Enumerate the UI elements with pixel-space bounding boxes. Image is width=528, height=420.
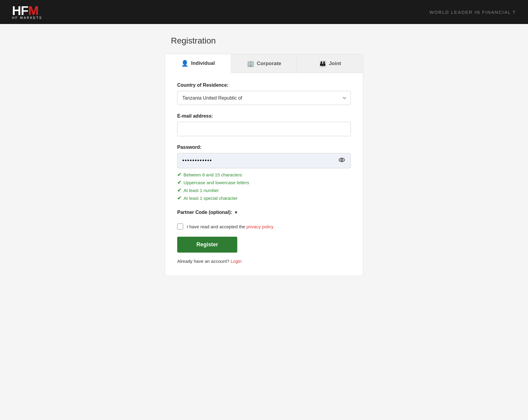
joint-icon: 👪 bbox=[319, 60, 326, 67]
password-requirements: ✔ Between 8 and 15 characters ✔ Uppercas… bbox=[177, 171, 351, 201]
tab-joint-label: Joint bbox=[329, 61, 341, 67]
partner-code-arrow-icon: ▼ bbox=[234, 210, 238, 215]
tab-corporate-label: Corporate bbox=[257, 61, 281, 67]
header: HFM HF MARKETS WORLD LEADER IN FINANCIAL… bbox=[0, 0, 528, 24]
req-case: ✔ Uppercase and lowercase letters bbox=[177, 179, 351, 186]
password-toggle-button[interactable] bbox=[337, 155, 347, 166]
logo-subtext: HF MARKETS bbox=[12, 16, 42, 20]
corporate-icon: 🏢 bbox=[247, 60, 254, 67]
main-content: Registration 👤 Individual 🏢 Corporate 👪 … bbox=[159, 24, 369, 288]
email-label: E-mail address: bbox=[177, 113, 351, 119]
req-length-text: Between 8 and 15 characters bbox=[184, 172, 242, 177]
req-length: ✔ Between 8 and 15 characters bbox=[177, 171, 351, 178]
tab-joint[interactable]: 👪 Joint bbox=[297, 54, 363, 73]
privacy-row: I have read and accepted the privacy pol… bbox=[177, 224, 351, 230]
register-button[interactable]: Register bbox=[177, 237, 237, 253]
country-label: Country of Residence: bbox=[177, 82, 351, 88]
logo: HFM HF MARKETS bbox=[12, 4, 42, 20]
login-prompt-text: Already have an account? bbox=[177, 259, 229, 264]
req-special-text: At least 1 special character bbox=[184, 196, 238, 201]
req-case-text: Uppercase and lowercase letters bbox=[184, 180, 249, 185]
partner-code-label-text: Partner Code (optional): bbox=[177, 210, 232, 215]
req-special: ✔ At least 1 special character bbox=[177, 195, 351, 201]
privacy-checkbox[interactable] bbox=[177, 224, 183, 230]
tab-individual-label: Individual bbox=[191, 60, 215, 66]
req-number: ✔ At least 1 number bbox=[177, 187, 351, 194]
tab-individual[interactable]: 👤 Individual bbox=[165, 54, 231, 73]
email-input[interactable] bbox=[177, 122, 351, 136]
req-number-text: At least 1 number bbox=[184, 188, 219, 193]
password-group: Password: ✔ Between 8 and 15 characters bbox=[177, 145, 351, 201]
login-link[interactable]: Login bbox=[231, 259, 242, 264]
tabs-container: 👤 Individual 🏢 Corporate 👪 Joint bbox=[165, 54, 363, 73]
svg-point-0 bbox=[339, 158, 344, 162]
password-label: Password: bbox=[177, 145, 351, 150]
logo-letters: HFM bbox=[12, 4, 42, 17]
privacy-text: I have read and accepted the privacy pol… bbox=[187, 224, 274, 229]
login-row: Already have an account? Login bbox=[177, 259, 351, 264]
eye-icon bbox=[338, 156, 345, 164]
page-title: Registration bbox=[171, 36, 363, 46]
country-select[interactable]: Tanzania United Republic of bbox=[177, 91, 351, 105]
partner-code-toggle[interactable]: Partner Code (optional): ▼ bbox=[177, 210, 351, 215]
privacy-policy-link[interactable]: privacy policy bbox=[246, 224, 273, 229]
email-group: E-mail address: bbox=[177, 113, 351, 136]
req-case-icon: ✔ bbox=[177, 179, 182, 186]
partner-code-group: Partner Code (optional): ▼ bbox=[177, 210, 351, 215]
req-number-icon: ✔ bbox=[177, 187, 182, 194]
password-input[interactable] bbox=[177, 153, 351, 168]
individual-icon: 👤 bbox=[181, 60, 189, 67]
header-tagline: WORLD LEADER IN FINANCIAL T bbox=[429, 10, 516, 15]
svg-point-1 bbox=[341, 159, 343, 161]
form-area: Country of Residence: Tanzania United Re… bbox=[165, 73, 363, 276]
password-wrapper bbox=[177, 153, 351, 168]
country-group: Country of Residence: Tanzania United Re… bbox=[177, 82, 351, 105]
registration-card: 👤 Individual 🏢 Corporate 👪 Joint Country… bbox=[165, 54, 363, 276]
req-length-icon: ✔ bbox=[177, 171, 182, 178]
tab-corporate[interactable]: 🏢 Corporate bbox=[231, 54, 297, 73]
req-special-icon: ✔ bbox=[177, 195, 182, 201]
